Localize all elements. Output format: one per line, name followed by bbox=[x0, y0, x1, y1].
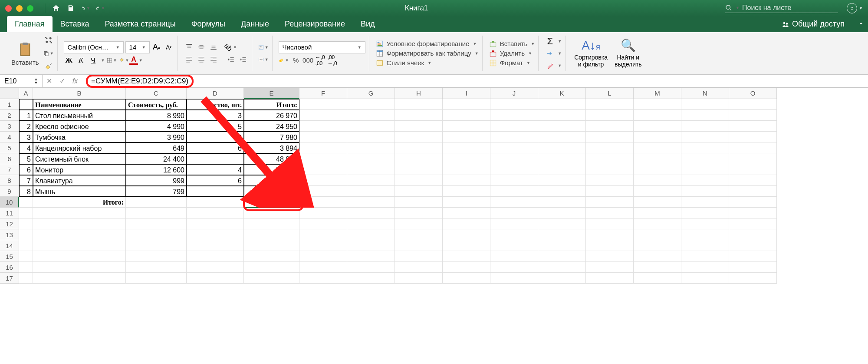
cell[interactable]: Канцелярский набор bbox=[33, 142, 126, 153]
cell[interactable]: 4 bbox=[187, 164, 244, 175]
cell[interactable]: 8 bbox=[19, 186, 33, 197]
cell[interactable]: 12 600 bbox=[126, 164, 187, 175]
align-center-icon[interactable] bbox=[196, 54, 207, 65]
row-header[interactable]: 9 bbox=[0, 186, 19, 197]
col-header[interactable]: J bbox=[490, 88, 538, 99]
col-header[interactable]: G bbox=[347, 88, 395, 99]
undo-icon[interactable]: ▼ bbox=[81, 3, 90, 13]
decrease-indent-icon[interactable] bbox=[226, 54, 236, 65]
increase-decimal-icon[interactable]: ←,0,00 bbox=[315, 55, 326, 66]
sort-filter-button[interactable]: A↓Я Сортировка и фильтр bbox=[572, 38, 610, 68]
row-header[interactable]: 14 bbox=[0, 240, 19, 251]
cell[interactable]: Итого: bbox=[33, 197, 126, 208]
cond-format-button[interactable]: Условное форматирование bbox=[387, 40, 470, 47]
col-header[interactable]: M bbox=[634, 88, 681, 99]
cell[interactable]: 50 400 bbox=[244, 164, 299, 175]
cell[interactable]: Тумбочка bbox=[33, 132, 126, 142]
col-header[interactable]: F bbox=[299, 88, 347, 99]
number-format-select[interactable]: Числовой▼ bbox=[279, 41, 365, 53]
tab-home[interactable]: Главная bbox=[7, 16, 53, 32]
select-all-corner[interactable] bbox=[0, 88, 19, 99]
cell[interactable]: 26 970 bbox=[244, 110, 299, 121]
underline-button[interactable]: Ч bbox=[88, 55, 99, 66]
cell[interactable]: Наименование bbox=[33, 99, 126, 110]
formula-input[interactable]: =СУММ(E2:E9;D2:D9;C2:C9) bbox=[82, 75, 868, 88]
font-color-icon[interactable]: А▼ bbox=[131, 55, 141, 66]
cell-selected[interactable]: 231 233 bbox=[244, 197, 299, 208]
cell[interactable]: 6 bbox=[19, 164, 33, 175]
cell[interactable]: 6 bbox=[187, 142, 244, 153]
col-header[interactable]: I bbox=[443, 88, 490, 99]
align-top-icon[interactable] bbox=[184, 42, 194, 53]
bold-button[interactable]: Ж bbox=[64, 55, 74, 66]
col-header[interactable]: K bbox=[538, 88, 586, 99]
cell[interactable]: 3 bbox=[187, 110, 244, 121]
cell[interactable] bbox=[299, 99, 347, 110]
col-header[interactable]: N bbox=[681, 88, 729, 99]
find-select-button[interactable]: 🔍 Найти и выделить bbox=[612, 38, 644, 68]
collapse-ribbon-icon[interactable] bbox=[854, 17, 868, 32]
col-header[interactable]: L bbox=[586, 88, 634, 99]
cell[interactable]: 2 bbox=[187, 132, 244, 142]
decrease-font-icon[interactable]: A▾ bbox=[164, 42, 174, 53]
col-header[interactable]: D bbox=[187, 88, 244, 99]
tab-review[interactable]: Рецензирование bbox=[277, 16, 353, 32]
cell[interactable]: 7 bbox=[19, 175, 33, 186]
cell[interactable]: 8 990 bbox=[126, 110, 187, 121]
cell[interactable]: 24 950 bbox=[244, 121, 299, 132]
tab-layout[interactable]: Разметка страницы bbox=[97, 16, 183, 32]
row-header[interactable]: 15 bbox=[0, 251, 19, 262]
col-header[interactable]: C bbox=[126, 88, 187, 99]
row-header[interactable]: 2 bbox=[0, 110, 19, 121]
cell[interactable]: 4 990 bbox=[126, 121, 187, 132]
cell[interactable]: 1 bbox=[19, 110, 33, 121]
col-header[interactable]: H bbox=[395, 88, 443, 99]
share-button[interactable]: Общий доступ bbox=[776, 16, 851, 32]
delete-cells-button[interactable]: Удалить bbox=[500, 50, 525, 57]
col-header[interactable]: O bbox=[729, 88, 777, 99]
increase-indent-icon[interactable] bbox=[238, 54, 248, 65]
increase-font-icon[interactable]: A▴ bbox=[151, 42, 162, 53]
cell[interactable]: 2 bbox=[19, 121, 33, 132]
cell[interactable] bbox=[19, 99, 33, 110]
row-header[interactable]: 17 bbox=[0, 273, 19, 284]
cell[interactable]: Клавиатура bbox=[33, 175, 126, 186]
tab-view[interactable]: Вид bbox=[353, 16, 383, 32]
cut-icon[interactable] bbox=[43, 35, 54, 46]
row-header[interactable]: 13 bbox=[0, 229, 19, 240]
row-header[interactable]: 7 bbox=[0, 164, 19, 175]
autosum-icon[interactable]: Σ bbox=[545, 36, 555, 46]
cell[interactable]: 48 800 bbox=[244, 153, 299, 164]
cell[interactable] bbox=[187, 153, 244, 164]
save-icon[interactable] bbox=[66, 3, 76, 13]
cell[interactable]: Системный блок bbox=[33, 153, 126, 164]
cell[interactable] bbox=[187, 186, 244, 197]
feedback-icon[interactable] bbox=[847, 3, 857, 13]
orientation-icon[interactable]: ab▼ bbox=[226, 42, 236, 53]
paste-button[interactable]: Вставить bbox=[9, 40, 42, 66]
cell[interactable]: 7 980 bbox=[244, 132, 299, 142]
row-header[interactable]: 8 bbox=[0, 175, 19, 186]
font-size-select[interactable]: 14▼ bbox=[125, 41, 150, 53]
tab-formulas[interactable]: Формулы bbox=[184, 16, 233, 32]
col-header[interactable]: A bbox=[19, 88, 33, 99]
cell[interactable]: 5 bbox=[187, 121, 244, 132]
search-input[interactable]: ▼ Поиск на листе bbox=[725, 4, 838, 13]
insert-cells-button[interactable]: Вставить bbox=[500, 40, 528, 47]
percent-icon[interactable]: % bbox=[291, 55, 301, 66]
merge-cells-icon[interactable]: ▼ bbox=[258, 54, 269, 65]
tab-insert[interactable]: Вставка bbox=[53, 16, 97, 32]
maximize-window-icon[interactable] bbox=[27, 5, 33, 12]
home-icon[interactable] bbox=[51, 3, 61, 13]
wrap-text-icon[interactable]: abc▼ bbox=[258, 42, 269, 53]
borders-icon[interactable]: ▼ bbox=[107, 55, 117, 66]
row-header[interactable]: 3 bbox=[0, 121, 19, 132]
align-left-icon[interactable] bbox=[184, 54, 194, 65]
format-table-button[interactable]: Форматировать как таблицу bbox=[387, 50, 471, 57]
row-header[interactable]: 6 bbox=[0, 153, 19, 164]
align-bottom-icon[interactable] bbox=[208, 42, 219, 53]
cancel-formula-icon[interactable]: ✕ bbox=[43, 77, 56, 85]
row-header[interactable]: 12 bbox=[0, 218, 19, 229]
fx-icon[interactable]: fx bbox=[69, 77, 82, 85]
copy-icon[interactable]: ▼ bbox=[43, 48, 54, 59]
